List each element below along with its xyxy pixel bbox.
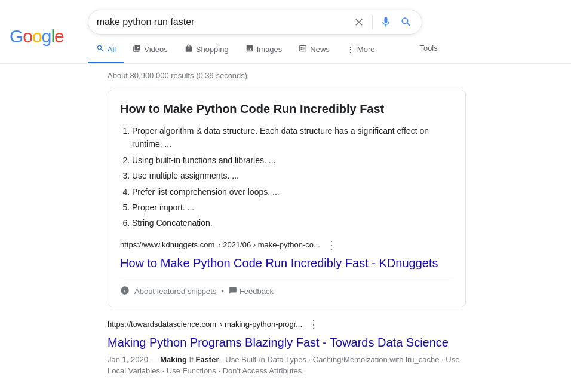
feedback-label: Feedback	[240, 287, 274, 296]
result-meta: Jan 1, 2020 — Making It Faster · Use Bui…	[108, 354, 466, 377]
list-item: Use multiple assignments. ...	[132, 169, 453, 182]
header: Google	[0, 0, 571, 64]
tab-images-label: Images	[257, 45, 283, 54]
main-content: About 80,900,000 results (0.39 seconds) …	[0, 64, 571, 377]
news-icon	[299, 44, 307, 54]
list-item: Proper import. ...	[132, 201, 453, 214]
url-row: https://www.kdnuggets.com › 2021/06 › ma…	[120, 237, 453, 253]
result-breadcrumb: › making-python-progr...	[220, 320, 302, 329]
about-featured-snippets[interactable]: About featured snippets	[134, 287, 216, 296]
snippet-list: Proper algorithm & data structure. Each …	[120, 124, 453, 230]
clear-icon[interactable]	[352, 15, 366, 29]
shopping-icon	[185, 44, 193, 54]
snippet-title: How to Make Python Code Run Incredibly F…	[120, 102, 453, 116]
feedback-button[interactable]: Feedback	[229, 286, 274, 296]
list-item: Using built-in functions and libraries. …	[132, 154, 453, 167]
list-item: String Concatenation.	[132, 216, 453, 229]
divider	[372, 15, 373, 29]
featured-snippet: How to Make Python Code Run Incredibly F…	[108, 90, 466, 307]
organic-result-link[interactable]: Making Python Programs Blazingly Fast - …	[108, 335, 466, 350]
list-item: Proper algorithm & data structure. Each …	[132, 124, 453, 151]
result-bold-2: Faster	[195, 355, 219, 364]
search-bar[interactable]	[88, 10, 422, 35]
tab-shopping-label: Shopping	[196, 45, 229, 54]
tab-more-label: More	[357, 45, 375, 54]
snippet-footer: About featured snippets • Feedback	[120, 278, 453, 297]
more-options-button[interactable]: ⋮	[306, 317, 321, 332]
separator: •	[221, 287, 224, 296]
featured-snippet-link[interactable]: How to Make Python Code Run Incredibly F…	[120, 255, 453, 271]
videos-icon	[133, 44, 141, 54]
voice-search-icon[interactable]	[379, 15, 393, 29]
tools-button[interactable]: Tools	[411, 36, 446, 62]
search-input[interactable]	[97, 17, 347, 27]
images-icon	[245, 44, 254, 54]
search-button[interactable]	[399, 15, 413, 29]
list-item: Prefer list comprehension over loops. ..…	[132, 185, 453, 198]
more-options-button[interactable]: ⋮	[324, 237, 339, 253]
tab-news[interactable]: News	[290, 37, 338, 63]
results-count: About 80,900,000 results (0.39 seconds)	[108, 71, 571, 80]
all-icon	[96, 44, 105, 54]
tab-shopping[interactable]: Shopping	[176, 37, 237, 63]
url-row: https://towardsdatascience.com › making-…	[108, 317, 466, 332]
tab-news-label: News	[310, 45, 330, 54]
result-breadcrumb: › 2021/06 › make-python-co...	[218, 240, 320, 249]
tab-videos[interactable]: Videos	[124, 37, 176, 63]
result-date: Jan 1, 2020	[108, 355, 148, 364]
tab-all-label: All	[108, 45, 116, 54]
result-item: https://towardsdatascience.com › making-…	[108, 317, 466, 377]
tab-images[interactable]: Images	[237, 37, 291, 63]
result-bold: Making	[160, 355, 187, 364]
feedback-icon	[229, 286, 237, 296]
nav-tabs: All Videos Shopping	[88, 35, 383, 63]
tab-more[interactable]: ⋮ More	[338, 38, 383, 63]
result-url: https://www.kdnuggets.com	[120, 240, 214, 249]
tab-all[interactable]: All	[88, 37, 124, 63]
google-logo[interactable]: Google	[10, 26, 64, 47]
info-icon	[120, 286, 130, 297]
result-url: https://towardsdatascience.com	[108, 320, 216, 329]
more-dots-icon: ⋮	[346, 45, 354, 54]
tab-videos-label: Videos	[144, 45, 168, 54]
